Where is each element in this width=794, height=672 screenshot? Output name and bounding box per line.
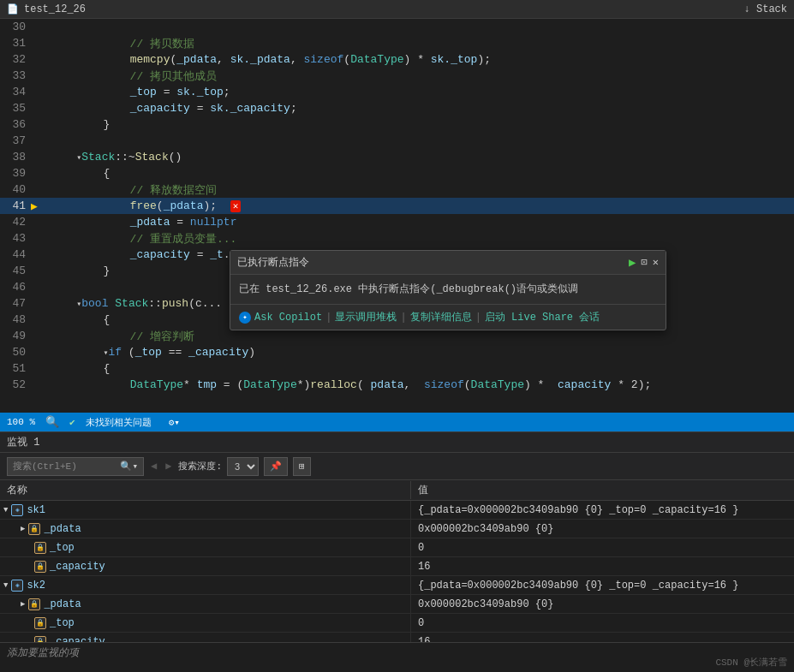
code-line-42: 42 _pdata = nullptr <box>0 214 794 230</box>
watch-table-btn[interactable]: ⊞ <box>293 457 311 476</box>
sk1-capacity-name: _capacity <box>50 561 105 573</box>
code-line-36: 36 } <box>0 116 794 133</box>
watch-panel: 监视 1 搜索(Ctrl+E) 🔍▾ ◀ ▶ 搜索深度: 3 1 2 4 5 📌… <box>0 431 794 663</box>
show-stack-link[interactable]: 显示调用堆栈 <box>335 310 397 324</box>
sk2-capacity-name: _capacity <box>50 636 105 643</box>
code-line-35: 35 _capacity = sk._capacity; <box>0 100 794 116</box>
sk1-pdata-icon: 🔒 <box>28 523 40 535</box>
sk1-pdata-expand[interactable]: ▶ <box>21 524 25 533</box>
copy-detail-link[interactable]: 复制详细信息 <box>410 310 472 324</box>
search-status-icon: 🔍 <box>45 415 59 429</box>
sk1-top-name: _top <box>50 542 75 554</box>
sk2-pdata-name: _pdata <box>44 598 81 610</box>
watch-rows: ▼ ◈ sk1 {_pdata=0x000002bc3409ab90 {0} _… <box>0 501 794 642</box>
code-line-50: 50 ▾if (_top == _capacity) <box>0 344 794 360</box>
watch-row-sk1: ▼ ◈ sk1 {_pdata=0x000002bc3409ab90 {0} _… <box>0 501 794 520</box>
sk2-top-name: _top <box>50 617 75 629</box>
sk1-top-icon: 🔒 <box>34 542 46 554</box>
title-bar-left: 📄 test_12_26 <box>7 3 744 15</box>
sk2-struct-icon: ◈ <box>11 580 23 592</box>
title-bar-right: ↓ Stack <box>744 3 787 15</box>
watch-row-sk2-pdata: ▶ 🔒 _pdata 0x000002bc3409ab90 {0} <box>0 595 794 614</box>
watch-row-sk1-top: 🔒 _top 0 <box>0 538 794 557</box>
watch-nav-forward[interactable]: ▶ <box>164 460 173 473</box>
add-watch-area[interactable]: 添加要监视的项 <box>0 642 794 663</box>
stack-label: ↓ Stack <box>744 3 787 15</box>
sk1-top-value: 0 <box>411 542 794 554</box>
debug-popup-body: 已在 test_12_26.exe 中执行断点指令(_debugbreak()语… <box>230 275 666 304</box>
watch-depth-label: 搜索深度: <box>178 460 222 473</box>
code-line-51: 51 { <box>0 360 794 377</box>
sk2-top-value: 0 <box>411 617 794 629</box>
sk1-expand[interactable]: ▼ <box>3 506 8 514</box>
sk1-name: sk1 <box>27 504 45 516</box>
status-check-icon: ✔ <box>69 417 75 428</box>
code-line-32: 32 memcpy(_pdata, sk._pdata, sizeof(Data… <box>0 51 794 68</box>
debug-popup-title: 已执行断点指令 <box>237 255 309 270</box>
watermark: CSDN @长满若雪 <box>715 656 787 669</box>
watch-toolbar: 搜索(Ctrl+E) 🔍▾ ◀ ▶ 搜索深度: 3 1 2 4 5 📌 ⊞ <box>0 453 794 480</box>
code-line-52: 52 DataType* tmp = (DataType*)realloc( p… <box>0 377 794 393</box>
sk1-pdata-name: _pdata <box>44 523 81 535</box>
sk2-name: sk2 <box>27 580 45 592</box>
sk1-value: {_pdata=0x000002bc3409ab90 {0} _top=0 _c… <box>411 504 794 516</box>
watch-row-sk2-capacity: 🔒 _capacity 16 <box>0 633 794 642</box>
debug-play-button[interactable]: ▶ <box>629 255 636 270</box>
settings-icon[interactable]: ⚙▾ <box>169 417 180 428</box>
watch-columns: 名称 值 <box>0 480 794 501</box>
code-line-43: 43 // 重置成员变量... <box>0 230 794 247</box>
watch-search-icon[interactable]: 🔍▾ <box>120 461 138 472</box>
sk2-top-icon: 🔒 <box>34 617 46 629</box>
sk2-capacity-icon: 🔒 <box>34 636 46 643</box>
copilot-icon: ✦ <box>239 312 251 324</box>
code-line-37: 37 <box>0 133 794 149</box>
watch-search-box[interactable]: 搜索(Ctrl+E) 🔍▾ <box>7 457 144 476</box>
watch-row-sk2-top: 🔒 _top 0 <box>0 614 794 633</box>
watch-panel-title: 监视 1 <box>7 435 39 449</box>
code-line-31: 31 // 拷贝数据 <box>0 35 794 51</box>
debug-popup-message: 已在 test_12_26.exe 中执行断点指令(_debugbreak()语… <box>239 283 578 295</box>
watch-depth-select[interactable]: 3 1 2 4 5 <box>227 457 259 476</box>
code-line-40: 40 // 释放数据空间 <box>0 181 794 198</box>
ask-copilot-link[interactable]: Ask Copilot <box>254 312 322 324</box>
watch-nav-back[interactable]: ◀ <box>149 460 158 473</box>
debug-popup-header: 已执行断点指令 ▶ ⊡ ✕ <box>230 251 666 275</box>
debug-popup: 已执行断点指令 ▶ ⊡ ✕ 已在 test_12_26.exe 中执行断点指令(… <box>230 250 666 330</box>
current-line-arrow: ▶ <box>31 199 38 213</box>
zoom-level[interactable]: 100 % <box>7 417 35 427</box>
debug-close-button[interactable]: ✕ <box>653 256 659 269</box>
sk2-pdata-expand[interactable]: ▶ <box>21 599 25 609</box>
title-bar: 📄 test_12_26 ↓ Stack <box>0 0 794 19</box>
debug-popup-footer: ✦ Ask Copilot | 显示调用堆栈 | 复制详细信息 | 启动 Liv… <box>230 304 666 330</box>
live-share-link[interactable]: 启动 Live Share 会话 <box>485 310 600 324</box>
sk1-capacity-icon: 🔒 <box>34 561 46 573</box>
watch-row-sk1-pdata: ▶ 🔒 _pdata 0x000002bc3409ab90 {0} <box>0 520 794 538</box>
watch-panel-header: 监视 1 <box>0 432 794 453</box>
code-line-41: 41 ▶ free(_pdata); ✕ <box>0 198 794 214</box>
sk2-capacity-value: 16 <box>411 636 794 643</box>
watch-row-sk1-capacity: 🔒 _capacity 16 <box>0 557 794 576</box>
file-icon: 📄 <box>7 3 19 15</box>
code-line-39: 39 { <box>0 165 794 181</box>
debug-pin-button[interactable]: ⊡ <box>642 256 648 269</box>
code-line-34: 34 _top = sk._top; <box>0 84 794 100</box>
sk1-pdata-value: 0x000002bc3409ab90 {0} <box>411 523 794 535</box>
col-header-name: 名称 <box>0 481 411 499</box>
watch-pin-btn[interactable]: 📌 <box>264 457 288 476</box>
watch-row-sk2: ▼ ◈ sk2 {_pdata=0x000002bc3409ab90 {0} _… <box>0 576 794 595</box>
code-line-30: 30 <box>0 19 794 35</box>
file-title: test_12_26 <box>24 3 86 15</box>
sk1-struct-icon: ◈ <box>11 504 23 516</box>
status-message: 未找到相关问题 <box>86 416 152 429</box>
code-line-38: 38 ▾Stack::~Stack() <box>0 149 794 165</box>
debug-popup-controls: ▶ ⊡ ✕ <box>629 255 659 270</box>
code-line-33: 33 // 拷贝其他成员 <box>0 68 794 84</box>
watch-search-placeholder: 搜索(Ctrl+E) <box>13 460 77 473</box>
editor-area: 30 31 // 拷贝数据 32 memcpy(_pdata, sk._pdat… <box>0 19 794 413</box>
status-bar: 100 % 🔍 ✔ 未找到相关问题 ⚙▾ <box>0 413 794 431</box>
col-header-value: 值 <box>411 481 794 499</box>
sk2-pdata-icon: 🔒 <box>28 598 40 610</box>
add-watch-label: 添加要监视的项 <box>7 645 79 660</box>
sk2-expand[interactable]: ▼ <box>3 581 8 590</box>
sk1-capacity-value: 16 <box>411 561 794 573</box>
